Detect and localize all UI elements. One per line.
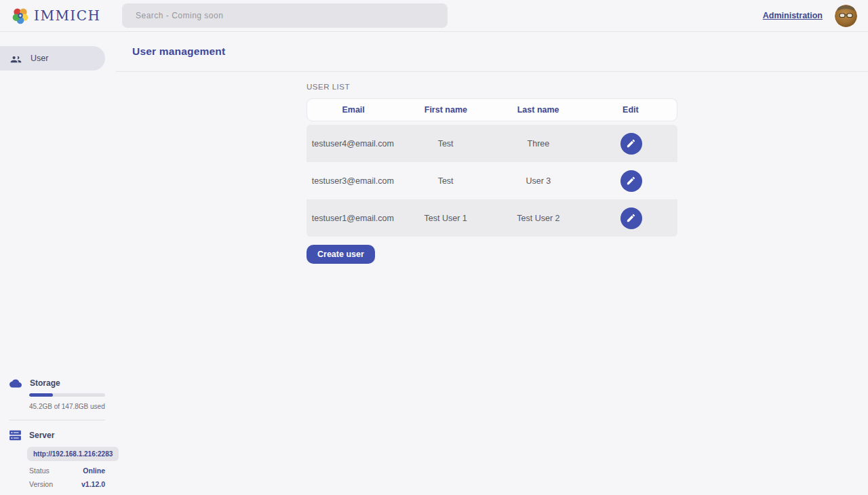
- top-navbar: IMMICH Administration: [0, 0, 868, 32]
- server-section-header: Server: [9, 430, 105, 441]
- server-version-value: v1.12.0: [81, 480, 105, 488]
- navbar-right: Administration: [763, 5, 857, 27]
- storage-progress-bar: [29, 393, 105, 397]
- edit-user-button[interactable]: [620, 207, 642, 229]
- pencil-icon: [626, 213, 636, 223]
- table-row: testuser4@email.comTestThree: [307, 125, 677, 162]
- cell-last-name: User 3: [492, 176, 585, 186]
- page-shell: User Storage 45.2GB of 147.8GB used: [0, 32, 868, 495]
- server-title: Server: [29, 431, 54, 440]
- cell-first-name: Test: [399, 139, 492, 148]
- search-input[interactable]: [122, 3, 448, 28]
- page-title: User management: [132, 45, 225, 58]
- section-label: USER LIST: [307, 83, 677, 91]
- administration-link[interactable]: Administration: [763, 11, 823, 20]
- cell-first-name: Test: [399, 176, 492, 186]
- cell-email: testuser3@email.com: [307, 176, 399, 186]
- server-status-value: Online: [83, 467, 105, 475]
- column-header-email: Email: [307, 105, 399, 115]
- edit-user-button[interactable]: [620, 170, 642, 192]
- server-version-row: Version v1.12.0: [29, 480, 105, 488]
- server-status-label: Status: [29, 467, 50, 475]
- storage-progress-fill: [29, 393, 53, 397]
- brand-name: IMMICH: [34, 7, 101, 24]
- table-header-row: Email First name Last name Edit: [307, 98, 677, 121]
- sidebar-divider: [9, 420, 105, 420]
- main-header: User management: [116, 32, 868, 72]
- cell-edit: [585, 133, 677, 155]
- user-table-body: testuser4@email.comTestThreetestuser3@em…: [307, 125, 677, 237]
- sidebar: User Storage 45.2GB of 147.8GB used: [0, 32, 116, 495]
- server-version-label: Version: [29, 480, 53, 488]
- column-header-last-name: Last name: [492, 105, 585, 115]
- cloud-icon: [9, 379, 22, 388]
- pencil-icon: [626, 176, 636, 186]
- user-avatar[interactable]: [835, 5, 857, 27]
- users-icon: [10, 53, 22, 64]
- cell-email: testuser1@email.com: [307, 214, 399, 223]
- column-header-edit: Edit: [585, 105, 677, 115]
- table-row: testuser3@email.comTestUser 3: [307, 162, 677, 199]
- sidebar-bottom: Storage 45.2GB of 147.8GB used: [0, 378, 116, 488]
- server-icon: [9, 430, 21, 441]
- user-list-section: USER LIST Email First name Last name Edi…: [307, 72, 677, 264]
- cell-edit: [585, 170, 677, 192]
- cell-first-name: Test User 1: [399, 214, 492, 223]
- main-area: User management USER LIST Email First na…: [116, 32, 868, 495]
- sidebar-item-label: User: [31, 54, 48, 63]
- storage-section-header: Storage: [9, 378, 105, 388]
- immich-flower-icon: [11, 6, 30, 25]
- sidebar-item-user[interactable]: User: [0, 46, 105, 71]
- server-status-row: Status Online: [29, 467, 105, 475]
- edit-user-button[interactable]: [620, 133, 642, 155]
- column-header-first-name: First name: [399, 105, 492, 115]
- brand: IMMICH: [11, 6, 101, 25]
- storage-usage-text: 45.2GB of 147.8GB used: [29, 403, 105, 410]
- pencil-icon: [626, 138, 636, 148]
- cell-last-name: Test User 2: [492, 214, 585, 223]
- table-row: testuser1@email.comTest User 1Test User …: [307, 199, 677, 237]
- storage-title: Storage: [30, 378, 60, 388]
- cell-email: testuser4@email.com: [307, 139, 399, 148]
- server-url-badge: http://192.168.1.216:2283: [27, 447, 119, 461]
- cell-edit: [585, 207, 677, 229]
- create-user-button[interactable]: Create user: [307, 245, 375, 264]
- cell-last-name: Three: [492, 139, 585, 148]
